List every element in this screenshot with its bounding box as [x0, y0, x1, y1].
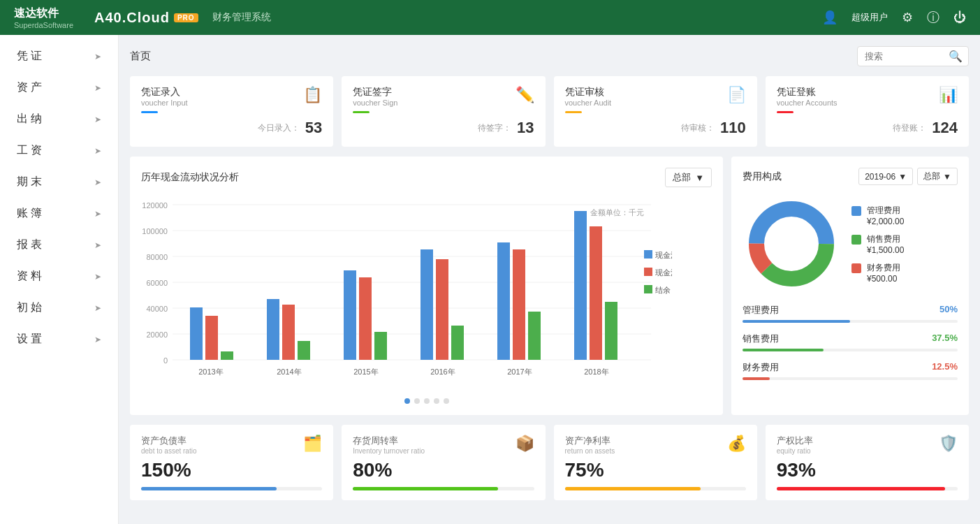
- card-count-label: 今日录入：: [258, 122, 300, 134]
- dept-label: 总部: [673, 171, 691, 184]
- card-count-row: 今日录入： 53: [141, 119, 322, 137]
- sidebar-item-cashier[interactable]: 出 纳➤: [0, 103, 118, 135]
- kpi-card-2[interactable]: 资产净利率 return on assets 💰 75%: [554, 425, 757, 500]
- expense-bar-fill: [743, 320, 850, 323]
- expense-bar-item-0: 管理费用 50%: [743, 304, 958, 323]
- legend-color: [851, 235, 861, 245]
- kpi-card-3[interactable]: 产权比率 equity ratio 🛡️ 93%: [766, 425, 969, 500]
- sidebar-item-voucher[interactable]: 凭 证➤: [0, 41, 118, 72]
- logo-sub: SuperdaSoftware: [14, 21, 73, 29]
- sidebar-item-materials[interactable]: 资 料➤: [0, 261, 118, 292]
- expense-bar-pct: 37.5%: [932, 333, 958, 345]
- svg-text:100000: 100000: [142, 227, 168, 235]
- search-input[interactable]: [865, 51, 949, 61]
- chevron-right-icon: ➤: [94, 240, 101, 250]
- legend-name: 销售费用: [867, 233, 904, 245]
- svg-rect-34: [574, 211, 587, 360]
- card-title-row: 凭证审核 voucher Audit 📄: [565, 86, 746, 107]
- card-title-en: voucher Sign: [353, 99, 397, 107]
- sidebar-label: 资 料: [17, 269, 42, 284]
- logo: 速达软件 SuperdaSoftware: [14, 6, 73, 29]
- sidebar-item-assets[interactable]: 资 产➤: [0, 72, 118, 103]
- kpi-cards: 资产负债率 debt to asset ratio 🗂️ 150% 存货周转率 …: [130, 425, 969, 500]
- help-icon[interactable]: ⓘ: [927, 9, 939, 26]
- svg-text:40000: 40000: [146, 305, 168, 313]
- svg-text:0: 0: [163, 356, 168, 365]
- svg-rect-41: [644, 268, 652, 276]
- dot-5[interactable]: [444, 398, 449, 404]
- card-title-cn: 凭证签字: [353, 86, 397, 99]
- card-title-cn: 凭证登账: [777, 86, 838, 99]
- svg-rect-16: [221, 351, 233, 360]
- card-count-row: 待登账： 124: [777, 119, 958, 137]
- top-card-3[interactable]: 凭证登账 voucher Accounts 📊 待登账： 124: [766, 76, 969, 147]
- sidebar-label: 工 资: [17, 143, 42, 158]
- kpi-title-en: debt to asset ratio: [141, 447, 197, 455]
- sidebar-item-ledger[interactable]: 账 簿➤: [0, 198, 118, 229]
- svg-rect-15: [205, 316, 218, 360]
- sidebar-item-period-end[interactable]: 期 末➤: [0, 166, 118, 198]
- legend-value: ¥500.00: [867, 274, 900, 284]
- expense-bar-pct: 50%: [939, 304, 958, 316]
- card-title-cn: 凭证录入: [141, 86, 188, 99]
- svg-text:20000: 20000: [146, 330, 168, 339]
- card-count-num: 124: [932, 119, 958, 137]
- legend-name: 管理费用: [867, 205, 904, 217]
- sidebar-item-payroll[interactable]: 工 资➤: [0, 135, 118, 166]
- svg-rect-22: [344, 270, 356, 360]
- card-underline: [777, 111, 793, 113]
- logo-text: 速达软件: [14, 6, 73, 21]
- bar-chart-svg: 120000 100000 80000 60000 40000 20000 0: [141, 194, 672, 390]
- sidebar-item-initial[interactable]: 初 始➤: [0, 292, 118, 323]
- kpi-icon: 💰: [727, 435, 746, 453]
- dot-2[interactable]: [414, 398, 420, 404]
- kpi-card-1[interactable]: 存货周转率 Inventory turnover ratio 📦 80%: [342, 425, 545, 500]
- kpi-bar-fill: [777, 487, 945, 490]
- card-count-num: 110: [720, 119, 746, 137]
- settings-icon[interactable]: ⚙: [902, 10, 913, 25]
- expense-date-select[interactable]: 2019-06 ▼: [858, 168, 913, 185]
- user-icon[interactable]: 👤: [822, 10, 838, 25]
- donut-chart: [743, 195, 840, 293]
- chevron-right-icon: ➤: [94, 303, 101, 313]
- card-count-label: 待签字：: [478, 122, 511, 134]
- logo-area: 速达软件 SuperdaSoftware: [14, 6, 73, 29]
- top-card-1[interactable]: 凭证签字 voucher Sign ✏️ 待签字： 13: [342, 76, 545, 147]
- sidebar-item-reports[interactable]: 报 表➤: [0, 229, 118, 261]
- expense-bar-track: [743, 377, 958, 380]
- search-box[interactable]: 🔍: [857, 46, 969, 66]
- kpi-title-cn: 产权比率: [777, 435, 813, 447]
- svg-text:120000: 120000: [142, 201, 168, 210]
- chart-header: 历年现金流动状况分析 总部 ▼: [141, 168, 712, 187]
- nav-icons: 👤 超级用户 ⚙ ⓘ ⏻: [822, 9, 966, 26]
- main-section: 历年现金流动状况分析 总部 ▼ 120000 100000 80000 6000…: [130, 157, 969, 415]
- top-card-0[interactable]: 凭证录入 voucher Input 📋 今日录入： 53: [130, 76, 333, 147]
- svg-rect-14: [190, 307, 203, 360]
- brand-name: A40.Cloud PRO: [94, 10, 198, 26]
- expense-dept-select[interactable]: 总部 ▼: [917, 168, 958, 185]
- expense-bar-name: 财务费用: [743, 361, 779, 374]
- chart-dept-select[interactable]: 总部 ▼: [665, 168, 712, 187]
- chevron-right-icon: ➤: [94, 83, 101, 93]
- chevron-down-icon: ▼: [695, 173, 704, 183]
- svg-text:现金流入: 现金流入: [655, 251, 672, 259]
- expense-bar-name: 销售费用: [743, 333, 779, 345]
- main-layout: 凭 证➤资 产➤出 纳➤工 资➤期 末➤账 簿➤报 表➤资 料➤初 始➤设 置➤…: [0, 35, 980, 524]
- legend-value: ¥2,000.00: [867, 217, 904, 226]
- sidebar-label: 报 表: [17, 238, 42, 252]
- dot-4[interactable]: [434, 398, 439, 404]
- svg-rect-26: [420, 249, 433, 360]
- svg-text:2014年: 2014年: [277, 367, 301, 376]
- top-card-2[interactable]: 凭证审核 voucher Audit 📄 待审核： 110: [554, 76, 757, 147]
- svg-text:60000: 60000: [146, 279, 168, 287]
- kpi-bar-track: [353, 487, 534, 490]
- dot-active[interactable]: [404, 398, 410, 404]
- kpi-title-en: return on assets: [565, 447, 615, 455]
- sidebar-item-settings[interactable]: 设 置➤: [0, 323, 118, 355]
- power-icon[interactable]: ⏻: [953, 10, 966, 25]
- search-icon[interactable]: 🔍: [949, 50, 963, 63]
- expense-bars: 管理费用 50% 销售费用 37.5% 财务费用 12.5%: [743, 304, 958, 380]
- dot-3[interactable]: [424, 398, 430, 404]
- kpi-card-0[interactable]: 资产负债率 debt to asset ratio 🗂️ 150%: [130, 425, 333, 500]
- kpi-icon: 🛡️: [939, 435, 958, 453]
